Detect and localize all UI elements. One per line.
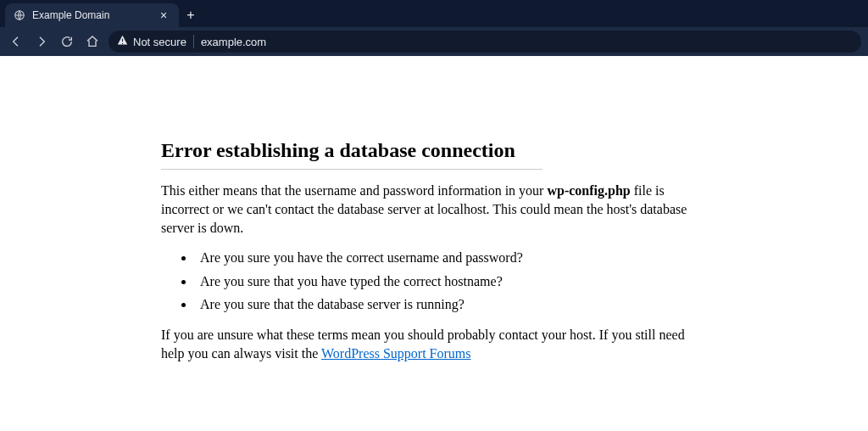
- list-item: Are you sure that the database server is…: [195, 295, 708, 314]
- close-icon[interactable]: ×: [157, 8, 170, 22]
- reload-button[interactable]: [58, 32, 76, 51]
- warning-icon: [117, 35, 128, 48]
- back-button[interactable]: [7, 32, 25, 51]
- address-bar[interactable]: Not secure example.com: [108, 31, 861, 53]
- page-viewport: Error establishing a database connection…: [0, 56, 868, 362]
- tab-title: Example Domain: [32, 9, 157, 21]
- page-title: Error establishing a database connection: [161, 137, 542, 170]
- config-filename: wp-config.php: [547, 183, 630, 198]
- security-indicator[interactable]: Not secure: [117, 35, 194, 48]
- list-item: Are you sure that you have typed the cor…: [195, 272, 708, 291]
- browser-chrome: Example Domain × + Not secure example.co…: [0, 0, 868, 56]
- list-item: Are you sure you have the correct userna…: [195, 249, 708, 267]
- intro-paragraph: This either means that the username and …: [161, 182, 708, 237]
- outro-paragraph: If you are unsure what these terms mean …: [161, 326, 708, 362]
- security-label: Not secure: [133, 36, 186, 48]
- forward-button[interactable]: [32, 32, 51, 51]
- new-tab-button[interactable]: +: [179, 3, 203, 27]
- toolbar: Not secure example.com: [0, 27, 868, 56]
- checklist: Are you sure you have the correct userna…: [161, 249, 708, 314]
- url-text: example.com: [201, 36, 266, 48]
- home-button[interactable]: [83, 32, 102, 51]
- browser-tab[interactable]: Example Domain ×: [5, 3, 179, 27]
- error-content: Error establishing a database connection…: [161, 137, 708, 362]
- tab-strip: Example Domain × +: [0, 0, 868, 27]
- support-forums-link[interactable]: WordPress Support Forums: [321, 346, 471, 361]
- globe-icon: [14, 9, 25, 21]
